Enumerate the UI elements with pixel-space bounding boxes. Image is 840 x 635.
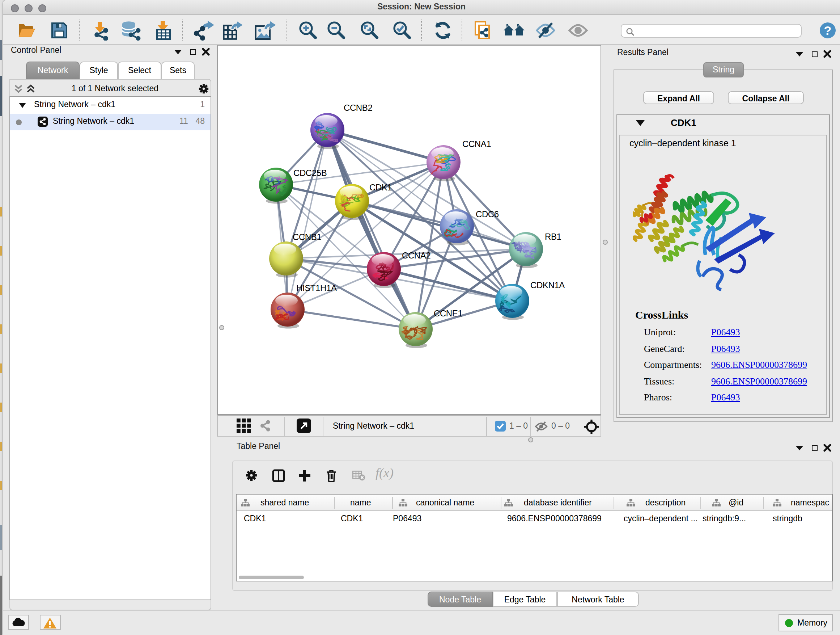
svg-text:CCNB1: CCNB1 (293, 232, 321, 242)
svg-text:CCNA2: CCNA2 (402, 250, 431, 260)
svg-text:CDC6: CDC6 (476, 209, 499, 219)
svg-text:CDC25B: CDC25B (294, 168, 327, 178)
svg-text:HIST1H1A: HIST1H1A (296, 283, 337, 293)
svg-text:CDKN1A: CDKN1A (531, 280, 565, 290)
svg-text:?: ? (824, 24, 832, 37)
svg-text:CCNB2: CCNB2 (344, 103, 372, 112)
svg-text:CCNE1: CCNE1 (434, 309, 462, 318)
svg-text:CDK1: CDK1 (369, 182, 392, 192)
svg-text:CCNA1: CCNA1 (462, 139, 491, 149)
svg-text:RB1: RB1 (545, 232, 561, 241)
